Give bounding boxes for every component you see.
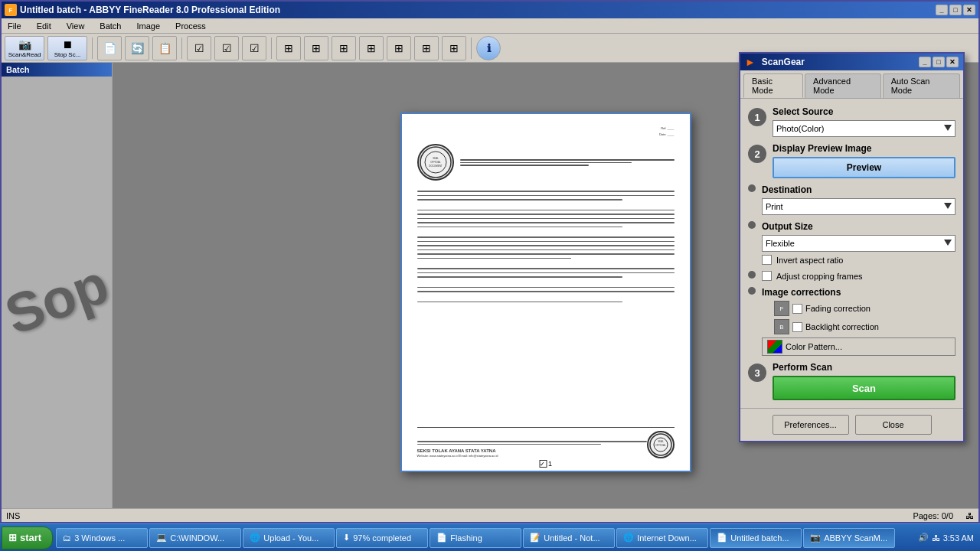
- info-button[interactable]: ℹ: [476, 36, 501, 60]
- doc-page-number: 1: [548, 460, 552, 468]
- tool-btn-7[interactable]: ⊞: [276, 36, 301, 60]
- letterhead-text: [460, 158, 675, 168]
- taskbar-icon-1: 💻: [156, 533, 167, 543]
- taskbar-item-8[interactable]: 📷 ABBYY ScanM...: [803, 528, 895, 548]
- output-size-select[interactable]: Flexible A4 Letter: [762, 235, 956, 252]
- scangear-restore-button[interactable]: □: [933, 57, 945, 67]
- tool-btn-8[interactable]: ⊞: [304, 36, 328, 60]
- tool-btn-13[interactable]: ⊞: [442, 36, 466, 60]
- tool-btn-10[interactable]: ⊞: [359, 36, 384, 60]
- taskbar-item-3[interactable]: ⬇ 97% completed: [336, 528, 428, 548]
- tab-advanced-mode[interactable]: Advanced Mode: [805, 73, 881, 98]
- taskbar-item-4[interactable]: 📄 Flashing: [430, 528, 521, 548]
- minimize-button[interactable]: _: [936, 5, 948, 15]
- start-button[interactable]: ⊞ start: [2, 527, 53, 549]
- start-label: start: [20, 532, 41, 543]
- scangear-minimize-button[interactable]: _: [919, 57, 931, 67]
- letterhead: SEAL OFFICIAL DOCUMENT: [417, 144, 675, 181]
- step2-label: Display Preview Image: [773, 143, 956, 154]
- taskbar-item-5[interactable]: 📝 Untitled - Not...: [523, 528, 615, 548]
- menu-file[interactable]: File: [5, 21, 24, 31]
- color-pattern-button[interactable]: Color Pattern...: [762, 337, 956, 356]
- taskbar-item-2[interactable]: 🌐 Upload - You...: [243, 528, 335, 548]
- restore-button[interactable]: □: [949, 5, 962, 15]
- fading-correction-item: F Fading correction: [774, 301, 956, 316]
- destination-dot: [748, 184, 756, 192]
- color-pattern-label: Color Pattern...: [786, 342, 842, 351]
- tool-btn-6[interactable]: ☑: [242, 36, 266, 60]
- preferences-button[interactable]: Preferences...: [773, 415, 849, 435]
- document-content: Ref: ____ Date: ____ SEAL OFFICIAL: [402, 114, 690, 471]
- taskbar-item-1[interactable]: 💻 C:\WINDOW...: [149, 528, 241, 548]
- destination-label: Destination: [762, 184, 956, 195]
- abbyy-icon: F: [5, 4, 17, 16]
- taskbar-icon-2: 🌐: [250, 533, 260, 543]
- destination-select[interactable]: Print Image Display OCR: [762, 198, 956, 215]
- abbyy-window-controls: _ □ ✕: [936, 5, 975, 15]
- step3-number: 3: [748, 364, 766, 382]
- menu-view[interactable]: View: [64, 21, 88, 31]
- scangear-close-button[interactable]: ✕: [946, 57, 959, 67]
- destination-content: Destination Print Image Display OCR: [762, 184, 956, 215]
- menu-image[interactable]: Image: [134, 21, 164, 31]
- tool-btn-5[interactable]: ☑: [214, 36, 239, 60]
- doc-page-indicator: ✓ 1: [539, 460, 552, 468]
- svg-text:OFFICIAL: OFFICIAL: [430, 161, 441, 164]
- output-size-label: Output Size: [762, 221, 956, 232]
- close-button[interactable]: ✕: [963, 5, 975, 15]
- preview-button[interactable]: Preview: [773, 157, 956, 178]
- backlight-checkbox[interactable]: [792, 322, 802, 332]
- adjust-cropping-checkbox[interactable]: [762, 271, 772, 281]
- scangear-title: ScanGear: [762, 57, 805, 67]
- source-select[interactable]: Photo(Color) Grayscale Black and White: [773, 120, 956, 137]
- menu-batch[interactable]: Batch: [96, 21, 124, 31]
- taskbar-label-7: Untitled batch...: [730, 533, 789, 543]
- invert-aspect-checkbox[interactable]: [762, 255, 772, 265]
- doc-seal-top: SEAL OFFICIAL DOCUMENT: [417, 144, 454, 181]
- tool-btn-11[interactable]: ⊞: [387, 36, 411, 60]
- menu-edit[interactable]: Edit: [34, 21, 54, 31]
- scangear-body: 1 Select Source Photo(Color) Grayscale B…: [740, 99, 963, 408]
- backlight-correction-item: B Backlight correction: [774, 319, 956, 334]
- taskbar-item-7[interactable]: 📄 Untitled batch...: [710, 528, 802, 548]
- tool-btn-4[interactable]: ☑: [187, 36, 211, 60]
- taskbar-item-6[interactable]: 🌐 Internet Down...: [616, 528, 708, 548]
- abbyy-status-bar: INS Pages: 0/0 🖧: [2, 508, 978, 522]
- fading-checkbox[interactable]: [792, 304, 802, 314]
- step2-number: 2: [748, 145, 766, 163]
- sidebar-thumbnail: Sop: [2, 77, 112, 522]
- image-corrections-section: Image corrections F Fading correction B …: [748, 287, 956, 356]
- step1-select-source: 1 Select Source Photo(Color) Grayscale B…: [748, 106, 956, 137]
- toolbar-separator-1: [92, 37, 93, 59]
- toolbar-separator-2: [181, 37, 182, 59]
- tool-btn-9[interactable]: ⊞: [332, 36, 356, 60]
- color-pattern-icon: [767, 340, 782, 354]
- tool-btn-12[interactable]: ⊞: [414, 36, 439, 60]
- adjust-cropping-content: Adjust cropping frames: [762, 271, 956, 281]
- menu-process[interactable]: Process: [172, 21, 209, 31]
- taskbar-item-0[interactable]: 🗂 3 Windows ...: [56, 528, 148, 548]
- toolbar-separator-4: [471, 37, 472, 59]
- left-sidebar: Batch Sop: [2, 63, 113, 522]
- tab-basic-mode[interactable]: Basic Mode: [743, 73, 803, 98]
- scan-read-button[interactable]: 📷 Scan&Read: [5, 36, 44, 60]
- tool-btn-1[interactable]: 📄: [97, 36, 122, 60]
- scan-button[interactable]: Scan: [773, 376, 956, 400]
- output-size-section: Output Size Flexible A4 Letter Invert as…: [748, 221, 956, 265]
- adjust-cropping-label: Adjust cropping frames: [776, 272, 863, 281]
- doc-seal-bottom: SEAL OFFICIAL: [647, 431, 675, 458]
- tab-auto-scan-mode[interactable]: Auto Scan Mode: [883, 73, 960, 98]
- fading-label: Fading correction: [805, 304, 871, 313]
- invert-aspect-row: Invert aspect ratio: [762, 255, 956, 265]
- stop-button[interactable]: ⏹ Stop Sc...: [47, 36, 87, 60]
- doc-checkbox[interactable]: ✓: [539, 460, 547, 468]
- tool-btn-2[interactable]: 🔄: [125, 36, 149, 60]
- invert-aspect-label: Invert aspect ratio: [776, 256, 843, 265]
- taskbar-icon-6: 🌐: [623, 533, 634, 543]
- doc-header: Ref: ____ Date: ____: [417, 126, 675, 136]
- output-size-content: Output Size Flexible A4 Letter Invert as…: [762, 221, 956, 265]
- close-scangear-button[interactable]: Close: [855, 415, 932, 435]
- pages-status: Pages: 0/0: [913, 511, 953, 520]
- abbyy-menubar: File Edit View Batch Image Process: [2, 18, 978, 34]
- tool-btn-3[interactable]: 📋: [152, 36, 177, 60]
